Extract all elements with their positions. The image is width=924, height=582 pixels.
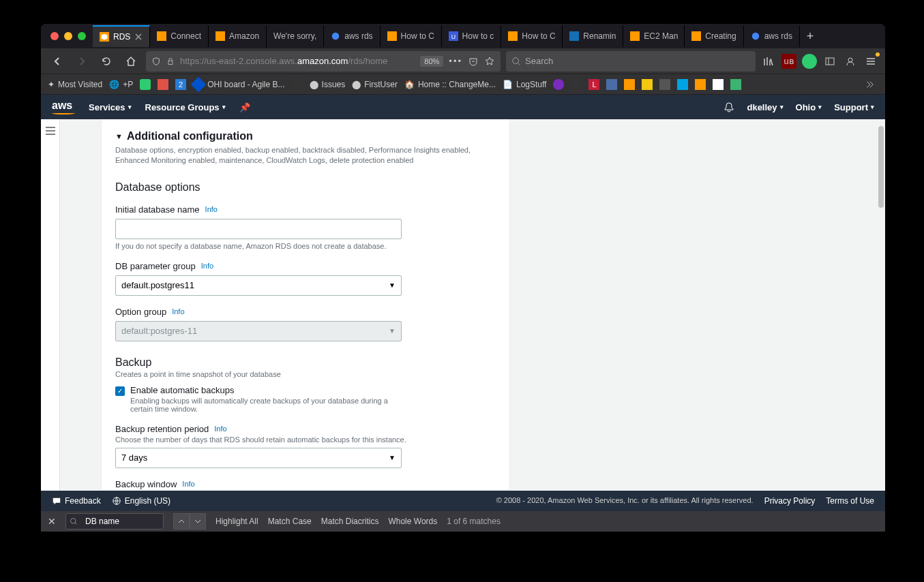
bookmark-item[interactable] (553, 79, 564, 90)
bookmark-item[interactable] (677, 79, 688, 90)
aws-favicon-icon (100, 32, 109, 42)
svg-rect-2 (157, 31, 166, 41)
bookmark-item[interactable] (158, 79, 168, 90)
notifications-icon[interactable] (724, 102, 734, 112)
maximize-window-button[interactable] (78, 32, 86, 40)
minimize-window-button[interactable] (64, 32, 72, 40)
scroll-thumb[interactable] (878, 126, 884, 208)
tab-label: Creating (705, 31, 736, 41)
whole-words-option[interactable]: Whole Words (388, 517, 437, 526)
aws-logo[interactable]: aws (52, 100, 75, 114)
feedback-link[interactable]: Feedback (52, 496, 101, 506)
chevron-down-icon: ▼ (389, 454, 396, 461)
bookmark-firstuser[interactable]: ⬤FirstUser (352, 80, 398, 89)
bookmark-item[interactable] (140, 79, 151, 90)
find-input[interactable] (81, 517, 163, 526)
match-diacritics-option[interactable]: Match Diacritics (321, 517, 379, 526)
additional-config-header[interactable]: ▼ Additional configuration (115, 119, 496, 142)
tab-howto3[interactable]: How to C (501, 25, 563, 47)
close-tab-icon[interactable] (134, 33, 143, 41)
bookmark-most-visited[interactable]: ✦Most Visited (48, 80, 102, 89)
find-next-button[interactable] (190, 513, 206, 530)
info-link[interactable]: Info (201, 262, 213, 270)
bookmark-item[interactable] (659, 79, 670, 90)
back-button[interactable] (48, 52, 67, 71)
bookmark-p[interactable]: 🌐+P (109, 80, 133, 89)
bookmark-item[interactable] (642, 79, 653, 90)
ublock-icon[interactable]: uʙ (781, 54, 796, 69)
tab-awsrds1[interactable]: aws rds (324, 25, 380, 47)
sidebar-toggle-button[interactable] (41, 119, 60, 491)
tab-rds[interactable]: RDS (93, 25, 150, 47)
highlight-all-option[interactable]: Highlight All (215, 517, 258, 526)
support-menu[interactable]: Support▾ (834, 102, 874, 112)
tab-howto2[interactable]: UHow to c (442, 25, 502, 47)
bookmark-logstuff[interactable]: 📄LogStuff (503, 80, 546, 89)
bookmark-item[interactable]: L (588, 79, 599, 90)
address-bar[interactable]: https://us-east-2.console.aws.amazon.com… (146, 51, 501, 72)
account-menu[interactable]: dkelley▾ (747, 102, 783, 112)
more-icon[interactable]: ••• (449, 56, 462, 66)
tab-connect[interactable]: Connect (150, 25, 209, 47)
info-link[interactable]: Info (214, 425, 226, 433)
tab-label: aws rds (344, 31, 372, 41)
bookmark-item[interactable] (606, 79, 617, 90)
initial-database-name-input[interactable] (115, 219, 402, 239)
services-menu[interactable]: Services▾ (89, 102, 132, 112)
bookmarks-overflow-button[interactable] (859, 75, 878, 94)
close-findbar-button[interactable]: ✕ (48, 516, 56, 527)
forward-button[interactable] (72, 52, 91, 71)
zoom-indicator[interactable]: 80% (420, 56, 443, 67)
tab-amazon[interactable]: Amazon (209, 25, 267, 47)
region-menu[interactable]: Ohio▾ (796, 102, 822, 112)
tab-creating[interactable]: Creating (685, 25, 743, 47)
scrollbar[interactable] (877, 119, 885, 491)
bookmark-item[interactable] (730, 79, 741, 90)
tab-ec2[interactable]: EC2 Man (623, 25, 685, 47)
bookmark-item[interactable]: 2 (175, 79, 186, 90)
backup-retention-select[interactable]: 7 days ▼ (115, 448, 402, 468)
db-parameter-group-select[interactable]: default.postgres11 ▼ (115, 275, 402, 296)
menu-icon[interactable] (863, 54, 878, 69)
sidebar-icon[interactable] (822, 54, 837, 69)
bookmark-star-icon[interactable] (484, 56, 495, 67)
library-icon[interactable] (761, 54, 776, 69)
enable-automatic-backups-checkbox[interactable]: ✓ (115, 386, 125, 396)
home-button[interactable] (121, 52, 140, 71)
match-case-option[interactable]: Match Case (268, 517, 312, 526)
tab-awsrds2[interactable]: aws rds (744, 25, 800, 47)
bookmark-item[interactable] (292, 79, 303, 90)
svg-rect-10 (630, 31, 640, 41)
new-tab-button[interactable]: + (800, 26, 820, 46)
terms-link[interactable]: Terms of Use (826, 496, 874, 506)
bookmark-issues[interactable]: ⬤Issues (310, 80, 346, 89)
tab-sorry[interactable]: We're sorry, (267, 25, 324, 47)
bookmark-item[interactable] (713, 79, 724, 90)
bookmark-item[interactable] (571, 79, 582, 90)
privacy-link[interactable]: Privacy Policy (764, 496, 816, 506)
bookmark-home[interactable]: 🏠Home :: ChangeMe... (404, 80, 496, 89)
bookmark-item[interactable] (695, 79, 706, 90)
subsection-title: Backup (115, 356, 496, 369)
main-scroll-area[interactable]: ▼ Additional configuration Database opti… (60, 119, 885, 491)
section-title: Additional configuration (127, 130, 253, 142)
resource-groups-menu[interactable]: Resource Groups▾ (145, 102, 226, 112)
find-prev-button[interactable] (173, 513, 190, 530)
extension-icon[interactable] (802, 54, 817, 69)
info-link[interactable]: Info (205, 205, 218, 213)
pin-icon[interactable]: 📌 (239, 102, 250, 112)
bookmark-item[interactable] (624, 79, 635, 90)
close-window-button[interactable] (50, 32, 59, 40)
tab-label: RDS (113, 32, 130, 42)
info-link[interactable]: Info (172, 307, 184, 316)
reload-button[interactable] (97, 52, 116, 71)
language-link[interactable]: English (US) (112, 496, 170, 506)
tab-renaming[interactable]: Renamin (563, 25, 623, 47)
pocket-icon[interactable] (468, 56, 479, 67)
account-icon[interactable] (843, 54, 858, 69)
info-link[interactable]: Info (182, 480, 194, 488)
expand-triangle-icon: ▼ (115, 132, 123, 140)
search-bar[interactable]: Search (506, 51, 756, 72)
bookmark-ohi[interactable]: OHI board - Agile B... (193, 79, 284, 90)
tab-howto1[interactable]: How to C (381, 25, 442, 47)
